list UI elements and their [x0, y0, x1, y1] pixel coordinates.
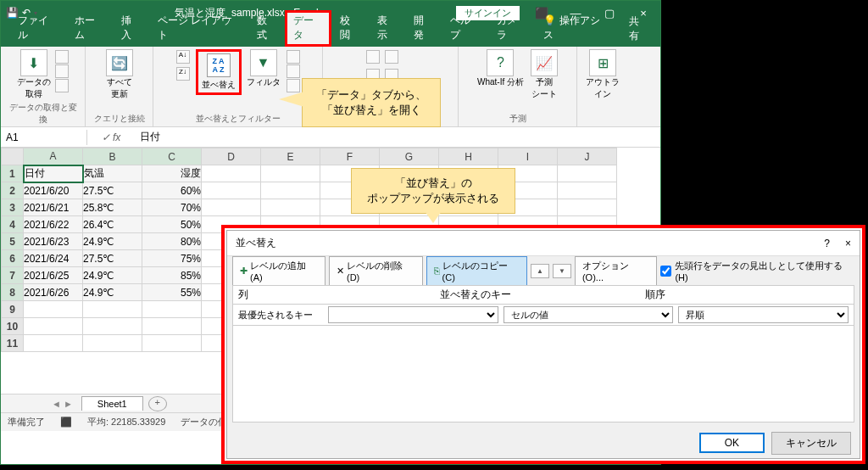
column-header[interactable]: F [320, 148, 380, 165]
header-row-checkbox[interactable]: 先頭行をデータの見出しとして使用する(H) [660, 260, 854, 283]
row-header[interactable]: 7 [2, 267, 24, 284]
cell[interactable] [24, 301, 83, 318]
formula-input[interactable]: 日付 [135, 128, 660, 146]
cell[interactable]: 2021/6/24 [24, 250, 83, 267]
mini-icon[interactable] [55, 50, 69, 64]
tab-insert[interactable]: 挿入 [113, 10, 149, 47]
mini-icon[interactable] [55, 79, 69, 92]
sheet-nav-icon[interactable]: ◄ ► [52, 399, 73, 409]
row-header[interactable]: 10 [2, 318, 24, 335]
sort-desc-icon[interactable]: Z↓ [176, 67, 190, 81]
cell[interactable]: 80% [142, 233, 202, 250]
row-header[interactable]: 4 [2, 216, 24, 233]
tab-help[interactable]: ヘルプ [442, 10, 488, 47]
name-box[interactable]: A1 [1, 130, 87, 145]
cell[interactable]: 2021/6/22 [24, 216, 83, 233]
column-header[interactable]: I [498, 148, 558, 165]
cell[interactable]: 湿度 [142, 165, 202, 182]
cell[interactable] [24, 335, 83, 352]
tab-formulas[interactable]: 数式 [248, 10, 285, 47]
cell[interactable]: 24.9℃ [83, 267, 142, 284]
column-header[interactable]: C [142, 148, 202, 165]
column-header[interactable]: G [380, 148, 439, 165]
cell[interactable]: 2021/6/21 [24, 199, 83, 216]
select-all-cell[interactable] [2, 148, 24, 165]
column-header[interactable]: D [202, 148, 261, 165]
cell[interactable] [558, 199, 617, 216]
sort-column-select[interactable] [328, 306, 498, 323]
whatif-icon[interactable]: ? [487, 49, 514, 76]
cell[interactable]: 26.4℃ [83, 216, 142, 233]
help-button[interactable]: ? [824, 238, 830, 249]
cell[interactable]: 気温 [83, 165, 142, 182]
row-header[interactable]: 3 [2, 199, 24, 216]
row-header[interactable]: 8 [2, 284, 24, 301]
tab-home[interactable]: ホーム [66, 10, 113, 47]
tab-camera[interactable]: カメラ [488, 10, 535, 47]
tab-review[interactable]: 校閲 [331, 10, 368, 47]
mini-icon[interactable] [55, 64, 69, 78]
cell[interactable] [558, 165, 617, 182]
cell[interactable]: 75% [142, 250, 202, 267]
header-row-checkbox-input[interactable] [660, 266, 671, 277]
column-header[interactable]: A [24, 148, 83, 165]
cell[interactable]: 2021/6/20 [24, 182, 83, 199]
cell[interactable] [24, 318, 83, 335]
status-rec-icon[interactable]: ⬛ [60, 417, 72, 428]
row-header[interactable]: 9 [2, 301, 24, 318]
mini-icon[interactable] [385, 50, 398, 64]
cell[interactable] [261, 165, 320, 182]
forecast-icon[interactable]: 📈 [531, 49, 558, 76]
cancel-button[interactable]: キャンセル [771, 432, 851, 455]
row-header[interactable]: 11 [2, 335, 24, 352]
get-data-icon[interactable]: ⬇ [20, 49, 47, 76]
fx-icon[interactable]: ✓ fx [87, 131, 135, 143]
tab-file[interactable]: ファイル [9, 10, 66, 47]
cell[interactable]: 24.9℃ [83, 233, 142, 250]
cell[interactable] [202, 182, 261, 199]
cell[interactable] [142, 301, 202, 318]
cell[interactable] [142, 335, 202, 352]
cell[interactable]: 24.9℃ [83, 284, 142, 301]
sort-order-select[interactable]: 昇順 [678, 306, 849, 323]
column-header[interactable]: J [558, 148, 617, 165]
add-sheet-button[interactable]: + [148, 396, 167, 411]
cell[interactable]: 2021/6/25 [24, 267, 83, 284]
cell[interactable] [142, 318, 202, 335]
row-header[interactable]: 1 [2, 165, 24, 182]
tell-me[interactable]: 💡 操作アシス [535, 10, 616, 47]
mini-icon[interactable] [287, 64, 300, 78]
outline-icon[interactable]: ⊞ [589, 49, 616, 76]
mini-icon[interactable] [366, 50, 380, 64]
row-header[interactable]: 2 [2, 182, 24, 199]
cell[interactable]: 2021/6/26 [24, 284, 83, 301]
dialog-close-button[interactable]: × [845, 238, 851, 249]
delete-level-button[interactable]: ✕レベルの削除(D) [329, 256, 423, 286]
sheet-tab[interactable]: Sheet1 [81, 396, 143, 411]
cell[interactable]: 60% [142, 182, 202, 199]
cell[interactable] [83, 335, 142, 352]
move-up-button[interactable]: ▲ [531, 264, 549, 278]
sort-button[interactable]: Z AA Z 並べ替え [196, 49, 242, 95]
share-button[interactable]: 共有 [617, 11, 660, 47]
sort-asc-icon[interactable]: A↓ [176, 50, 190, 64]
options-button[interactable]: オプション(O)... [575, 256, 657, 286]
column-header[interactable]: H [439, 148, 498, 165]
cell[interactable]: 55% [142, 284, 202, 301]
cell[interactable]: 70% [142, 199, 202, 216]
tab-pagelayout[interactable]: ページ レイアウト [149, 10, 248, 47]
cell[interactable]: 2021/6/23 [24, 233, 83, 250]
column-header[interactable]: B [83, 148, 142, 165]
cell[interactable]: 25.8℃ [83, 199, 142, 216]
sort-key-select[interactable]: セルの値 [504, 306, 674, 323]
row-header[interactable]: 5 [2, 233, 24, 250]
cell[interactable] [83, 301, 142, 318]
cell[interactable] [261, 182, 320, 199]
move-down-button[interactable]: ▼ [553, 264, 571, 278]
cell[interactable] [558, 182, 617, 199]
tab-view[interactable]: 表示 [369, 10, 405, 47]
tab-developer[interactable]: 開発 [405, 10, 442, 47]
cell[interactable]: 50% [142, 216, 202, 233]
add-level-button[interactable]: ✚レベルの追加(A) [232, 256, 326, 286]
mini-icon[interactable] [287, 50, 300, 64]
